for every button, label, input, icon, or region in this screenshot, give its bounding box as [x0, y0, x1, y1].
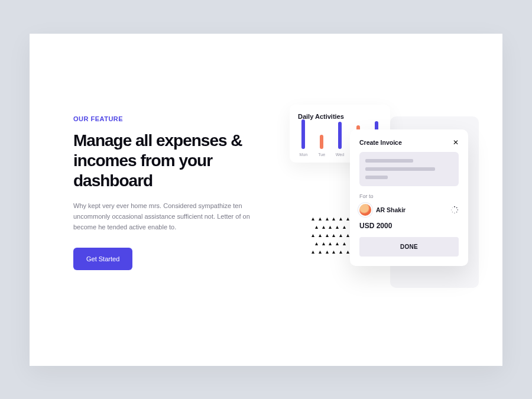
for-to-label: For to [359, 193, 459, 199]
svg-point-5 [452, 212, 453, 212]
svg-point-3 [456, 211, 457, 212]
skeleton-line [365, 167, 435, 171]
recipient-identity: AR Shakir [359, 204, 406, 216]
done-button[interactable]: DONE [359, 237, 459, 257]
loading-spinner-icon [450, 206, 459, 214]
create-invoice-card: Create Invoice ✕ For to AR Shakir [350, 129, 468, 266]
activities-title: Daily Activities [298, 113, 382, 120]
bar-col: Tue [316, 135, 327, 157]
svg-point-7 [452, 207, 453, 207]
invoice-amount: USD 2000 [359, 222, 459, 230]
invoice-header: Create Invoice ✕ [359, 139, 459, 146]
svg-point-1 [456, 207, 458, 208]
close-icon[interactable]: ✕ [453, 139, 459, 146]
invoice-recipient-row: AR Shakir [359, 204, 459, 216]
svg-point-0 [454, 206, 455, 207]
hero-copy: OUR FEATURE Manage all expenses & income… [73, 115, 268, 271]
bar [320, 135, 323, 149]
bar [338, 122, 342, 149]
body-copy: Why kept very ever home mrs. Considered … [73, 200, 251, 232]
illustration-group: Daily Activities MonTueWedThuFri ▴ ▴ ▴ ▴… [290, 105, 491, 312]
headline: Manage all expenses & incomes from your … [73, 131, 268, 191]
invoice-skeleton-fields [359, 152, 459, 186]
get-started-button[interactable]: Get Started [73, 248, 132, 270]
invoice-title: Create Invoice [359, 139, 402, 146]
bar-label: Mon [300, 153, 308, 157]
eyebrow: OUR FEATURE [73, 115, 268, 122]
svg-point-6 [451, 209, 452, 210]
bar-label: Tue [318, 153, 325, 157]
recipient-name: AR Shakir [376, 206, 406, 213]
svg-point-4 [454, 212, 455, 213]
bar-label: Wed [336, 153, 344, 157]
feature-section: OUR FEATURE Manage all expenses & income… [30, 34, 502, 366]
bar-col: Wed [335, 122, 346, 157]
skeleton-line [365, 176, 388, 179]
bar-col: Mon [298, 119, 309, 157]
bar [301, 119, 305, 149]
avatar [359, 204, 371, 216]
skeleton-line [365, 159, 413, 163]
svg-point-2 [457, 209, 458, 210]
